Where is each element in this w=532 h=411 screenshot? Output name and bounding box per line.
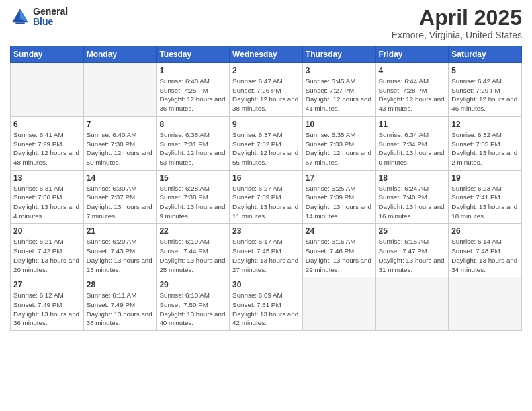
calendar-header-wednesday: Wednesday <box>230 46 303 63</box>
day-number: 1 <box>159 66 226 75</box>
calendar-day-cell: 9Sunrise: 6:37 AM Sunset: 7:32 PM Daylig… <box>230 116 303 170</box>
header: General Blue April 2025 Exmore, Virginia… <box>10 7 522 40</box>
calendar-table: SundayMondayTuesdayWednesdayThursdayFrid… <box>10 46 522 331</box>
day-info: Sunrise: 6:19 AM Sunset: 7:44 PM Dayligh… <box>159 237 226 274</box>
calendar-day-cell: 11Sunrise: 6:34 AM Sunset: 7:34 PM Dayli… <box>375 116 449 170</box>
logo-blue: Blue <box>33 17 68 27</box>
day-number: 20 <box>13 226 81 236</box>
day-number: 14 <box>87 173 154 183</box>
calendar-day-cell: 19Sunrise: 6:23 AM Sunset: 7:41 PM Dayli… <box>449 170 522 224</box>
day-number: 8 <box>159 120 226 129</box>
calendar-week-row: 1Sunrise: 6:48 AM Sunset: 7:25 PM Daylig… <box>11 63 522 117</box>
calendar-day-cell: 3Sunrise: 6:45 AM Sunset: 7:27 PM Daylig… <box>302 63 375 117</box>
calendar-day-cell: 15Sunrise: 6:28 AM Sunset: 7:38 PM Dayli… <box>157 170 230 224</box>
calendar-header-tuesday: Tuesday <box>157 46 230 63</box>
calendar-day-cell: 8Sunrise: 6:38 AM Sunset: 7:31 PM Daylig… <box>157 116 230 170</box>
calendar-day-cell: 5Sunrise: 6:42 AM Sunset: 7:29 PM Daylig… <box>449 63 522 117</box>
logo-icon <box>10 7 30 27</box>
day-info: Sunrise: 6:11 AM Sunset: 7:49 PM Dayligh… <box>87 291 154 328</box>
day-number: 22 <box>159 226 226 236</box>
day-info: Sunrise: 6:20 AM Sunset: 7:43 PM Dayligh… <box>87 237 154 274</box>
day-number: 13 <box>13 173 81 183</box>
title-block: April 2025 Exmore, Virginia, United Stat… <box>392 7 522 40</box>
calendar-day-cell <box>83 63 157 117</box>
calendar-day-cell <box>375 277 449 331</box>
logo: General Blue <box>10 7 68 28</box>
calendar-day-cell: 22Sunrise: 6:19 AM Sunset: 7:44 PM Dayli… <box>157 224 230 277</box>
svg-rect-2 <box>15 23 24 25</box>
calendar-header-saturday: Saturday <box>449 46 522 63</box>
calendar-day-cell: 21Sunrise: 6:20 AM Sunset: 7:43 PM Dayli… <box>83 224 157 277</box>
calendar-day-cell: 14Sunrise: 6:30 AM Sunset: 7:37 PM Dayli… <box>83 170 157 224</box>
day-number: 23 <box>232 226 300 236</box>
day-number: 11 <box>379 120 446 129</box>
calendar-week-row: 6Sunrise: 6:41 AM Sunset: 7:29 PM Daylig… <box>11 116 522 170</box>
day-info: Sunrise: 6:34 AM Sunset: 7:34 PM Dayligh… <box>379 130 446 167</box>
calendar-day-cell: 12Sunrise: 6:32 AM Sunset: 7:35 PM Dayli… <box>449 116 522 170</box>
calendar-day-cell: 30Sunrise: 6:09 AM Sunset: 7:51 PM Dayli… <box>230 277 303 331</box>
day-number: 5 <box>451 66 519 75</box>
day-info: Sunrise: 6:44 AM Sunset: 7:28 PM Dayligh… <box>379 77 446 113</box>
day-info: Sunrise: 6:47 AM Sunset: 7:26 PM Dayligh… <box>232 77 300 113</box>
calendar-day-cell: 25Sunrise: 6:15 AM Sunset: 7:47 PM Dayli… <box>375 224 449 277</box>
day-number: 9 <box>232 120 300 129</box>
day-info: Sunrise: 6:32 AM Sunset: 7:35 PM Dayligh… <box>451 130 519 167</box>
logo-general: General <box>33 7 68 17</box>
calendar-day-cell <box>449 277 522 331</box>
day-info: Sunrise: 6:16 AM Sunset: 7:46 PM Dayligh… <box>306 237 373 274</box>
calendar-header-thursday: Thursday <box>302 46 375 63</box>
day-info: Sunrise: 6:30 AM Sunset: 7:37 PM Dayligh… <box>87 184 154 221</box>
calendar-day-cell <box>11 63 84 117</box>
calendar-day-cell: 7Sunrise: 6:40 AM Sunset: 7:30 PM Daylig… <box>83 116 157 170</box>
subtitle: Exmore, Virginia, United States <box>392 30 522 40</box>
day-number: 28 <box>87 280 154 289</box>
day-number: 27 <box>13 280 81 289</box>
day-number: 18 <box>379 173 446 183</box>
day-info: Sunrise: 6:27 AM Sunset: 7:39 PM Dayligh… <box>232 184 300 221</box>
calendar-day-cell: 18Sunrise: 6:24 AM Sunset: 7:40 PM Dayli… <box>375 170 449 224</box>
day-info: Sunrise: 6:42 AM Sunset: 7:29 PM Dayligh… <box>451 77 519 113</box>
day-number: 15 <box>159 173 226 183</box>
calendar-day-cell: 28Sunrise: 6:11 AM Sunset: 7:49 PM Dayli… <box>83 277 157 331</box>
day-number: 3 <box>306 66 373 75</box>
logo-text: General Blue <box>33 7 68 28</box>
calendar-day-cell: 20Sunrise: 6:21 AM Sunset: 7:42 PM Dayli… <box>11 224 84 277</box>
calendar-day-cell: 24Sunrise: 6:16 AM Sunset: 7:46 PM Dayli… <box>302 224 375 277</box>
day-number: 12 <box>451 120 519 129</box>
calendar-day-cell: 6Sunrise: 6:41 AM Sunset: 7:29 PM Daylig… <box>11 116 84 170</box>
calendar-day-cell: 17Sunrise: 6:25 AM Sunset: 7:39 PM Dayli… <box>302 170 375 224</box>
day-number: 21 <box>87 226 154 236</box>
day-info: Sunrise: 6:23 AM Sunset: 7:41 PM Dayligh… <box>451 184 519 221</box>
day-info: Sunrise: 6:28 AM Sunset: 7:38 PM Dayligh… <box>159 184 226 221</box>
day-number: 24 <box>306 226 373 236</box>
day-number: 26 <box>451 226 519 236</box>
day-number: 25 <box>379 226 446 236</box>
day-info: Sunrise: 6:35 AM Sunset: 7:33 PM Dayligh… <box>306 130 373 167</box>
calendar-day-cell: 26Sunrise: 6:14 AM Sunset: 7:48 PM Dayli… <box>449 224 522 277</box>
day-number: 6 <box>13 120 81 129</box>
calendar-day-cell: 1Sunrise: 6:48 AM Sunset: 7:25 PM Daylig… <box>157 63 230 117</box>
day-info: Sunrise: 6:37 AM Sunset: 7:32 PM Dayligh… <box>232 130 300 167</box>
calendar-week-row: 20Sunrise: 6:21 AM Sunset: 7:42 PM Dayli… <box>11 224 522 277</box>
day-number: 29 <box>159 280 226 289</box>
day-number: 4 <box>379 66 446 75</box>
day-info: Sunrise: 6:38 AM Sunset: 7:31 PM Dayligh… <box>159 130 226 167</box>
calendar-header-sunday: Sunday <box>11 46 84 63</box>
page: General Blue April 2025 Exmore, Virginia… <box>0 0 532 411</box>
calendar-week-row: 13Sunrise: 6:31 AM Sunset: 7:36 PM Dayli… <box>11 170 522 224</box>
day-number: 17 <box>306 173 373 183</box>
day-info: Sunrise: 6:31 AM Sunset: 7:36 PM Dayligh… <box>13 184 81 221</box>
day-info: Sunrise: 6:15 AM Sunset: 7:47 PM Dayligh… <box>379 237 446 274</box>
day-info: Sunrise: 6:41 AM Sunset: 7:29 PM Dayligh… <box>13 130 81 167</box>
calendar-day-cell: 4Sunrise: 6:44 AM Sunset: 7:28 PM Daylig… <box>375 63 449 117</box>
day-info: Sunrise: 6:25 AM Sunset: 7:39 PM Dayligh… <box>306 184 373 221</box>
day-info: Sunrise: 6:17 AM Sunset: 7:45 PM Dayligh… <box>232 237 300 274</box>
calendar-day-cell: 10Sunrise: 6:35 AM Sunset: 7:33 PM Dayli… <box>302 116 375 170</box>
calendar-day-cell <box>302 277 375 331</box>
day-number: 7 <box>87 120 154 129</box>
calendar-day-cell: 29Sunrise: 6:10 AM Sunset: 7:50 PM Dayli… <box>157 277 230 331</box>
calendar-day-cell: 27Sunrise: 6:12 AM Sunset: 7:49 PM Dayli… <box>11 277 84 331</box>
calendar-day-cell: 13Sunrise: 6:31 AM Sunset: 7:36 PM Dayli… <box>11 170 84 224</box>
day-number: 10 <box>306 120 373 129</box>
calendar-header-row: SundayMondayTuesdayWednesdayThursdayFrid… <box>11 46 522 63</box>
